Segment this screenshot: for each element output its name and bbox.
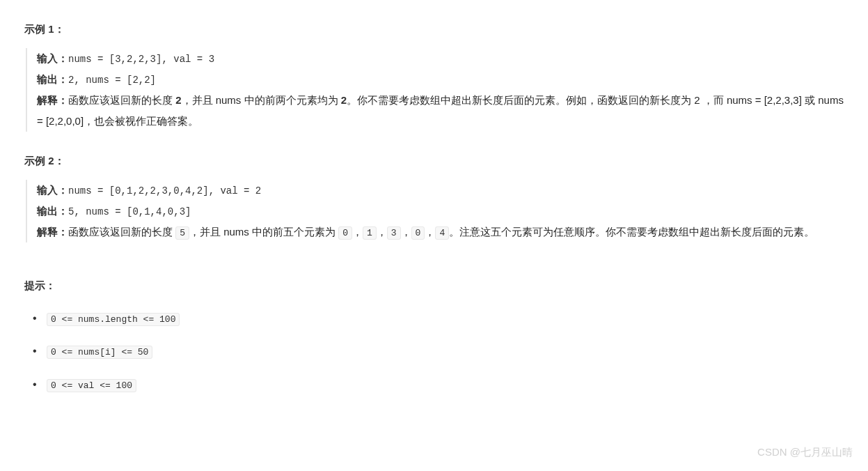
- hint-code: 0 <= nums.length <= 100: [47, 313, 180, 326]
- explain-text: ，: [401, 226, 411, 238]
- hints-list: 0 <= nums.length <= 1000 <= nums[i] <= 5…: [24, 309, 844, 394]
- output-label: 输出：: [37, 73, 68, 85]
- explain-label: 解释：: [37, 94, 68, 106]
- hint-item: 0 <= nums[i] <= 50: [30, 341, 844, 360]
- example-output-line: 输出：2, nums = [2,2]: [37, 69, 844, 90]
- hints-heading: 提示：: [24, 276, 844, 295]
- example-block: 输入：nums = [3,2,2,3], val = 3输出：2, nums =…: [26, 48, 844, 132]
- explain-bold: 2: [341, 94, 347, 106]
- explain-code: 5: [175, 226, 189, 240]
- input-label: 输入：: [37, 184, 68, 196]
- example-heading: 示例 1：: [24, 20, 844, 38]
- input-value: nums = [0,1,2,2,3,0,4,2], val = 2: [68, 185, 261, 196]
- explain-label: 解释：: [37, 226, 68, 238]
- hint-code: 0 <= nums[i] <= 50: [47, 346, 152, 359]
- hint-item: 0 <= nums.length <= 100: [30, 309, 844, 327]
- example-output-line: 输出：5, nums = [0,1,4,0,3]: [37, 201, 844, 222]
- explain-code: 1: [363, 226, 377, 240]
- explain-text: ，: [352, 226, 363, 238]
- explain-code: 3: [387, 226, 401, 240]
- example-explain-line: 解释：函数应该返回新的长度 2，并且 nums 中的前两个元素均为 2。你不需要…: [37, 90, 844, 132]
- example-explain-line: 解释：函数应该返回新的长度 5，并且 nums 中的前五个元素为 0，1，3，0…: [37, 222, 844, 242]
- explain-text: ，并且 nums 中的前两个元素均为: [182, 94, 341, 106]
- example-input-line: 输入：nums = [3,2,2,3], val = 3: [37, 48, 844, 69]
- example-input-line: 输入：nums = [0,1,2,2,3,0,4,2], val = 2: [37, 180, 844, 201]
- output-label: 输出：: [37, 205, 68, 217]
- problem-content: 示例 1：输入：nums = [3,2,2,3], val = 3输出：2, n…: [24, 20, 844, 394]
- explain-text: ，并且 nums 中的前五个元素为: [189, 226, 338, 238]
- output-value: 5, nums = [0,1,4,0,3]: [68, 206, 191, 217]
- example-block: 输入：nums = [0,1,2,2,3,0,4,2], val = 2输出：5…: [26, 180, 844, 242]
- explain-code: 0: [338, 226, 352, 240]
- explain-text: 函数应该返回新的长度: [68, 94, 175, 106]
- input-label: 输入：: [37, 52, 68, 64]
- explain-text: 。注意这五个元素可为任意顺序。你不需要考虑数组中超出新长度后面的元素。: [449, 226, 814, 238]
- input-value: nums = [3,2,2,3], val = 3: [68, 54, 214, 65]
- explain-text: ，: [377, 226, 387, 238]
- explain-text: ，: [425, 226, 435, 238]
- explain-text: 函数应该返回新的长度: [68, 226, 175, 238]
- hint-item: 0 <= val <= 100: [30, 375, 844, 394]
- output-value: 2, nums = [2,2]: [68, 75, 156, 86]
- explain-bold: 2: [175, 94, 181, 106]
- explain-code: 0: [411, 226, 425, 240]
- explain-code: 4: [435, 226, 449, 240]
- examples-section: 示例 1：输入：nums = [3,2,2,3], val = 3输出：2, n…: [24, 20, 844, 242]
- example-heading: 示例 2：: [24, 151, 844, 170]
- hint-code: 0 <= val <= 100: [47, 379, 136, 392]
